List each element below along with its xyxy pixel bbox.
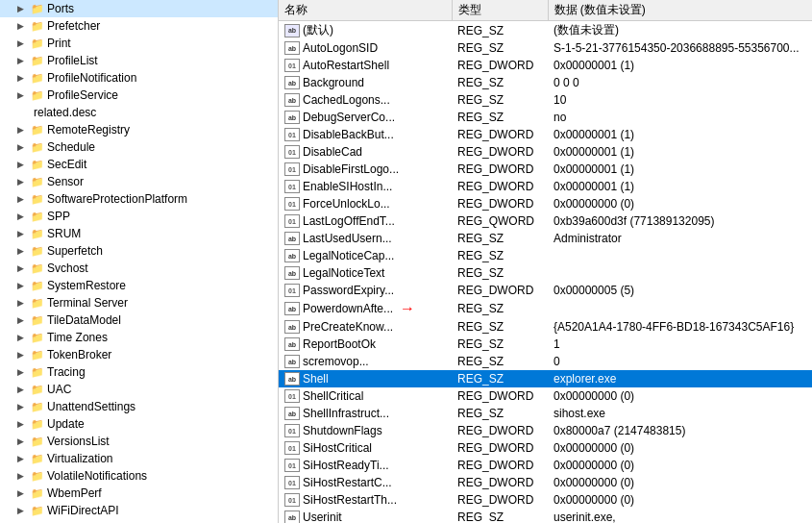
tree-item-spp[interactable]: ▶📁SPP <box>0 208 278 225</box>
expand-icon-Schedule[interactable]: ▶ <box>17 142 31 152</box>
expand-icon-Svchost[interactable]: ▶ <box>17 263 31 273</box>
folder-icon: 📁 <box>31 487 44 500</box>
col-header-type[interactable]: 类型 <box>452 0 548 21</box>
expand-icon-VolatileNotifications[interactable]: ▶ <box>17 471 31 481</box>
tree-item-uac[interactable]: ▶📁UAC <box>0 381 278 398</box>
table-row[interactable]: 01AutoRestartShellREG_DWORD0x00000001 (1… <box>279 57 812 74</box>
dword-icon: 01 <box>284 424 300 437</box>
expand-icon-ProfileList[interactable]: ▶ <box>17 56 31 65</box>
expand-icon-ProfileService[interactable]: ▶ <box>17 90 31 100</box>
tree-item-profilenotification[interactable]: ▶📁ProfileNotification <box>0 69 278 87</box>
tree-item-secedit[interactable]: ▶📁SecEdit <box>0 156 278 173</box>
tree-item-svchost[interactable]: ▶📁Svchost <box>0 260 278 277</box>
expand-icon-SecEdit[interactable]: ▶ <box>17 160 31 169</box>
table-row[interactable]: abUserinitREG_SZuserinit.exe, <box>279 509 812 523</box>
tree-item-profileservice[interactable]: ▶📁ProfileService <box>0 87 278 104</box>
table-row[interactable]: abAutoLogonSIDREG_SZS-1-5-21-3776154350-… <box>279 39 812 57</box>
table-row[interactable]: abLegalNoticeTextREG_SZ <box>279 264 812 282</box>
tree-item-tracing[interactable]: ▶📁Tracing <box>0 363 278 381</box>
expand-icon-UAC[interactable]: ▶ <box>17 385 31 394</box>
expand-icon-Sensor[interactable]: ▶ <box>17 177 31 187</box>
expand-icon-WbemPerf[interactable]: ▶ <box>17 488 31 498</box>
tree-label: RemoteRegistry <box>47 123 130 137</box>
expand-icon-UnattendSettings[interactable]: ▶ <box>17 402 31 411</box>
table-row[interactable]: abReportBootOkREG_SZ1 <box>279 336 812 353</box>
tree-item-virtualization[interactable]: ▶📁Virtualization <box>0 450 278 467</box>
tree-item-volatilenotifications[interactable]: ▶📁VolatileNotifications <box>0 467 278 485</box>
table-row[interactable]: 01SiHostReadyTi...REG_DWORD0x00000000 (0… <box>279 457 812 474</box>
tree-item-timezones[interactable]: ▶📁Time Zones <box>0 329 278 346</box>
folder-icon: 📁 <box>31 384 44 396</box>
expand-icon-VersionsList[interactable]: ▶ <box>17 436 31 446</box>
table-row[interactable]: 01SiHostCriticalREG_DWORD0x00000000 (0) <box>279 439 812 457</box>
expand-icon-SystemRestore[interactable]: ▶ <box>17 281 31 290</box>
table-row[interactable]: abPreCreateKnow...REG_SZ{A520A1A4-1780-4… <box>279 318 812 336</box>
tree-item-versionslist[interactable]: ▶📁VersionsList <box>0 433 278 450</box>
table-row[interactable]: 01DisableCadREG_DWORD0x00000001 (1) <box>279 143 812 161</box>
table-row[interactable]: abShellInfrastruct...REG_SZsihost.exe <box>279 405 812 422</box>
dword-icon: 01 <box>284 441 300 455</box>
cell-type: REG_SZ <box>452 39 548 57</box>
table-row[interactable]: 01DisableFirstLogo...REG_DWORD0x00000001… <box>279 161 812 178</box>
table-row[interactable]: abCachedLogons...REG_SZ10 <box>279 91 812 109</box>
table-row[interactable]: ab(默认)REG_SZ(数值未设置) <box>279 21 812 40</box>
expand-icon-TileDataModel[interactable]: ▶ <box>17 315 31 325</box>
tree-item-tokenbroker[interactable]: ▶📁TokenBroker <box>0 346 278 363</box>
table-row[interactable]: 01PasswordExpiry...REG_DWORD0x00000005 (… <box>279 282 812 299</box>
tree-item-superfetch[interactable]: ▶📁Superfetch <box>0 242 278 260</box>
expand-icon-SPP[interactable]: ▶ <box>17 212 31 221</box>
table-row[interactable]: abPowerdownAfte...→REG_SZ <box>279 299 812 318</box>
table-row[interactable]: 01ShutdownFlagsREG_DWORD0x80000a7 (21474… <box>279 422 812 439</box>
table-row[interactable]: 01ForceUnlockLo...REG_DWORD0x00000000 (0… <box>279 195 812 212</box>
expand-icon-Prefetcher[interactable]: ▶ <box>17 21 31 31</box>
table-row[interactable]: 01EnableSIHostIn...REG_DWORD0x00000001 (… <box>279 178 812 195</box>
table-row[interactable]: 01SiHostRestartTh...REG_DWORD0x00000000 … <box>279 491 812 509</box>
expand-icon-Tracing[interactable]: ▶ <box>17 367 31 377</box>
tree-item-ports[interactable]: ▶📁Ports <box>0 0 278 17</box>
tree-item-prefetcher[interactable]: ▶📁Prefetcher <box>0 17 278 35</box>
tree-item-unattendsettings[interactable]: ▶📁UnattendSettings <box>0 398 278 415</box>
tree-item-softwareprotectionplatform[interactable]: ▶📁SoftwareProtectionPlatform <box>0 190 278 208</box>
expand-icon-ProfileNotification[interactable]: ▶ <box>17 73 31 83</box>
col-header-name[interactable]: 名称 <box>279 0 452 21</box>
expand-icon-TerminalServer[interactable]: ▶ <box>17 298 31 308</box>
registry-tree[interactable]: ▶📁Ports▶📁Prefetcher▶📁Print▶📁ProfileList▶… <box>0 0 279 523</box>
expand-icon-TokenBroker[interactable]: ▶ <box>17 350 31 360</box>
expand-icon-WiFiDirectAPI[interactable]: ▶ <box>17 506 31 515</box>
table-row[interactable]: abBackgroundREG_SZ0 0 0 <box>279 74 812 91</box>
expand-icon-RemoteRegistry[interactable]: ▶ <box>17 125 31 135</box>
tree-item-profilelist[interactable]: ▶📁ProfileList <box>0 52 278 69</box>
expand-icon-TimeZones[interactable]: ▶ <box>17 333 31 342</box>
table-row[interactable]: 01SiHostRestartC...REG_DWORD0x00000000 (… <box>279 474 812 491</box>
table-row[interactable]: abDebugServerCo...REG_SZno <box>279 109 812 126</box>
expand-icon-Ports[interactable]: ▶ <box>17 4 31 13</box>
tree-item-related.desc[interactable]: related.desc <box>0 104 278 121</box>
expand-icon-Virtualization[interactable]: ▶ <box>17 454 31 463</box>
tree-item-systemrestore[interactable]: ▶📁SystemRestore <box>0 277 278 294</box>
expand-icon-Print[interactable]: ▶ <box>17 38 31 48</box>
table-row[interactable]: abShellREG_SZexplorer.exe <box>279 370 812 387</box>
table-row[interactable]: 01LastLogOffEndT...REG_QWORD0xb39a600d3f… <box>279 212 812 230</box>
expand-icon-Update[interactable]: ▶ <box>17 419 31 429</box>
table-row[interactable]: abLegalNoticeCap...REG_SZ <box>279 247 812 264</box>
table-row[interactable]: abLastUsedUsern...REG_SZAdministrator <box>279 230 812 247</box>
expand-icon-SRUM[interactable]: ▶ <box>17 229 31 238</box>
expand-icon-SoftwareProtectionPlatform[interactable]: ▶ <box>17 194 31 204</box>
tree-item-tiledatamodel[interactable]: ▶📁TileDataModel <box>0 311 278 329</box>
table-row[interactable]: 01ShellCriticalREG_DWORD0x00000000 (0) <box>279 387 812 405</box>
tree-item-terminalserver[interactable]: ▶📁Terminal Server <box>0 294 278 311</box>
table-row[interactable]: abscremovop...REG_SZ0 <box>279 353 812 370</box>
tree-item-sensor[interactable]: ▶📁Sensor <box>0 173 278 190</box>
cell-name: abDebugServerCo... <box>279 109 452 126</box>
tree-item-srum[interactable]: ▶📁SRUM <box>0 225 278 242</box>
col-header-data[interactable]: 数据 (数值未设置) <box>548 0 812 21</box>
tree-item-windows[interactable]: ▶📁Windows <box>0 519 278 523</box>
tree-item-print[interactable]: ▶📁Print <box>0 35 278 52</box>
tree-item-update[interactable]: ▶📁Update <box>0 415 278 433</box>
tree-item-wifidirectapi[interactable]: ▶📁WiFiDirectAPI <box>0 502 278 519</box>
expand-icon-Superfetch[interactable]: ▶ <box>17 246 31 256</box>
tree-item-schedule[interactable]: ▶📁Schedule <box>0 138 278 156</box>
tree-item-wbemperf[interactable]: ▶📁WbemPerf <box>0 485 278 502</box>
tree-item-remoteregistry[interactable]: ▶📁RemoteRegistry <box>0 121 278 138</box>
table-row[interactable]: 01DisableBackBut...REG_DWORD0x00000001 (… <box>279 126 812 143</box>
